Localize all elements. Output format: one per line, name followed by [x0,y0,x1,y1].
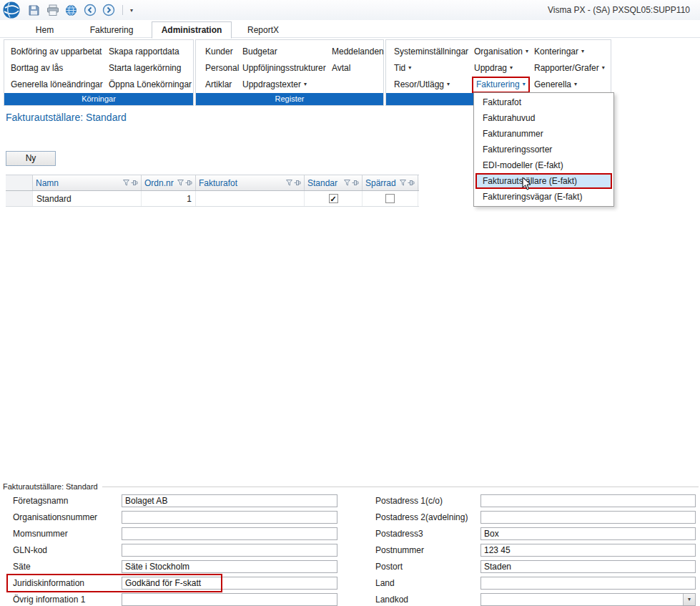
ribbon-group-title-register: Register [196,93,383,105]
tab-fakturering[interactable]: Fakturering [79,22,144,38]
pin-icon[interactable] [131,180,138,186]
ribbon-item-uppdrag[interactable]: Uppdrag [472,60,533,77]
column-label: Namn [36,178,59,188]
application-window: ▾ Visma PX - (SA) PXSQL05:SUPP110 Hem Fa… [0,0,700,606]
foretagsnamn-field[interactable] [122,494,337,507]
ribbon-item-bokforing-av-upparbetat[interactable]: Bokföring av upparbetat [9,44,106,60]
column-label: Fakturafot [199,178,237,188]
globe-icon[interactable] [64,4,78,17]
tab-administration[interactable]: Administration [152,21,232,39]
postadress-2-field[interactable] [480,511,696,524]
ribbon-item-tid[interactable]: Tid [392,60,472,77]
pin-icon[interactable] [352,180,359,186]
organisationsnummer-field[interactable] [122,511,337,524]
row-selector[interactable] [6,191,33,206]
ribbon-item-artiklar[interactable]: Artiklar [203,77,237,93]
pin-icon[interactable] [185,180,192,186]
ribbon-item-resor-utlagg[interactable]: Resor/Utlägg [392,77,472,93]
field-label-postadress-1: Postadress 1(c/o) [375,496,480,506]
grid-header-standar[interactable]: Standar [305,175,363,190]
ribbon-item-skapa-rapportdata[interactable]: Skapa rapportdata [107,44,192,60]
grid-header-namn[interactable]: Namn [33,175,142,190]
form-row: Postadress 2(avdelning) [375,509,696,525]
ribbon-item-avtal[interactable]: Avtal [330,60,383,77]
filter-funnel-icon[interactable] [177,180,184,186]
postort-field[interactable] [480,560,696,573]
form-row: Postadress3 [375,525,696,542]
menu-item-edi-modeller-e-fakt[interactable]: EDI-modeller (E-fakt) [475,157,612,173]
form-row: Säte [13,558,337,575]
menu-item-faktureringssorter[interactable]: Faktureringssorter [475,142,612,157]
visma-app-logo-icon [2,1,21,19]
tab-reportx[interactable]: ReportX [237,22,289,38]
filter-funnel-icon[interactable] [123,180,129,186]
ribbon-item-uppdragstexter[interactable]: Uppdragstexter [240,77,330,93]
ribbon-item-budgetar[interactable]: Budgetar [240,44,330,60]
filter-funnel-icon[interactable] [344,180,350,186]
checkbox-sparrad[interactable] [385,194,395,203]
pin-icon[interactable] [408,180,415,186]
menu-item-fakturahuvud[interactable]: Fakturahuvud [475,110,612,126]
grid-header-sparrad[interactable]: Spärrad [363,175,418,190]
grid-header-ordnnr[interactable]: Ordn.nr [142,175,196,190]
data-grid: Namn Ordn.nr Fakturafot Standar Spärrad [6,175,419,207]
ribbon-item-generella-loneandringar[interactable]: Generella löneändringar [9,77,106,93]
print-icon[interactable] [46,4,59,17]
ribbon-item-generella[interactable]: Generella [532,77,609,93]
chevron-down-icon[interactable]: ▾ [683,594,695,605]
landkod-select[interactable]: ▾ [480,593,696,606]
ribbon-item-uppfoljningsstrukturer[interactable]: Uppföljningsstrukturer [240,60,330,77]
postadress-1-field[interactable] [480,494,696,507]
ribbon-group-register: Kunder Personal Artiklar Budgetar Uppföl… [195,39,384,106]
ovrig-information-1-field[interactable] [122,593,337,606]
forward-icon[interactable] [102,4,115,17]
new-button[interactable]: Ny [6,151,56,166]
toolbar-options-icon[interactable]: ▾ [130,7,133,14]
detail-form-section: Fakturautställare: Standard Företagsnamn… [0,478,700,606]
checkbox-standar[interactable]: ✓ [329,194,338,203]
field-label-ovrig-information-1: Övrig information 1 [13,595,122,605]
grid-header-fakturafot[interactable]: Fakturafot [196,175,305,190]
field-label-momsnummer: Momsnummer [13,529,122,539]
column-label: Spärrad [365,178,396,188]
filter-funnel-icon[interactable] [286,180,292,186]
land-field[interactable] [480,577,696,590]
toolbar-separator [122,5,123,15]
ribbon-item-oppna-lonekorningar[interactable]: Öppna Lönekörningar [107,77,192,93]
ribbon-item-konteringar[interactable]: Konteringar [532,44,609,60]
sate-field[interactable] [122,560,337,573]
menu-item-faktureringsvagar-e-fakt[interactable]: Faktureringsvägar (E-fakt) [475,189,612,205]
ribbon-item-kunder[interactable]: Kunder [203,44,237,60]
gln-kod-field[interactable] [122,544,337,557]
form-row: Land [375,575,696,591]
ribbon-item-systeminstallningar[interactable]: Systeminställningar [392,44,472,60]
field-label-sate: Säte [13,562,122,572]
momsnummer-field[interactable] [122,527,337,540]
postadress3-field[interactable] [480,527,696,540]
menu-item-fakturanummer[interactable]: Fakturanummer [475,126,612,142]
tab-hem[interactable]: Hem [14,22,75,38]
table-row[interactable]: Standard 1 ✓ [6,191,419,207]
form-legend-text: Fakturautställare: Standard [3,482,98,491]
ribbon-item-meddelanden[interactable]: Meddelanden [330,44,383,60]
ribbon-item-rapporter-grafer[interactable]: Rapporter/Grafer [532,60,609,77]
cell-fakturafot [196,191,305,206]
ribbon-item-starta-lagerkorning[interactable]: Starta lagerkörning [107,60,192,77]
save-icon[interactable] [27,4,41,17]
ribbon-item-borttag-av-las[interactable]: Borttag av lås [9,60,106,77]
ribbon-item-organisation[interactable]: Organisation [472,44,533,60]
form-row: Postnummer [375,542,696,558]
menu-item-fakturafot[interactable]: Fakturafot [475,94,612,110]
form-row: Övrig information 1 [13,591,337,606]
landkod-field[interactable] [480,593,696,606]
ribbon-item-personal[interactable]: Personal [203,60,237,77]
ribbon-group-title-korningar: Körningar [4,93,193,105]
back-icon[interactable] [83,4,97,17]
field-label-postadress-2: Postadress 2(avdelning) [375,512,480,522]
filter-funnel-icon[interactable] [400,180,406,186]
ribbon-item-fakturering[interactable]: Fakturering [472,77,530,93]
pin-icon[interactable] [294,180,301,186]
menu-item-fakturautstallare-e-fakt[interactable]: Fakturautställare (E-fakt) [475,173,612,189]
juridiskinformation-field[interactable] [122,577,337,590]
postnummer-field[interactable] [480,544,696,557]
